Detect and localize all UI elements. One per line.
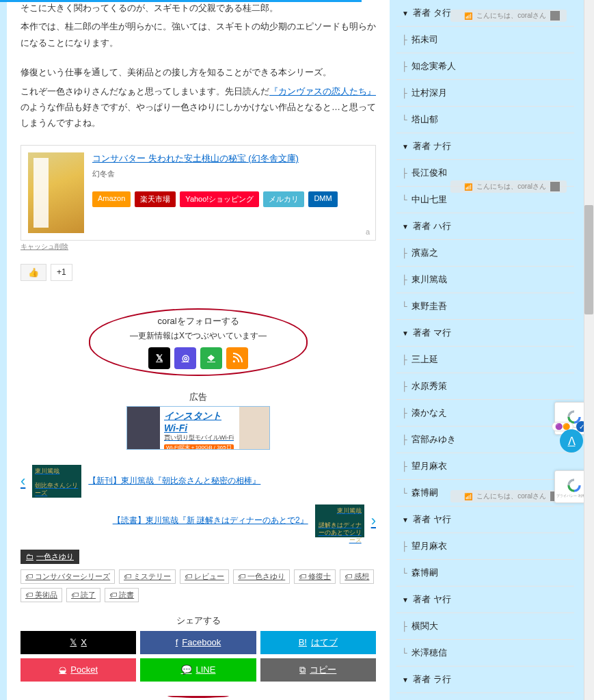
- page-progress-fill: [0, 0, 362, 2]
- like-button[interactable]: 👍: [21, 264, 46, 281]
- prev-post-title: 【新刊】東川篤哉『朝比奈さんと秘密の相棒』: [88, 475, 376, 487]
- share-facebook-button[interactable]: fFacebook: [140, 631, 256, 654]
- sidebar-item[interactable]: ├拓未司: [396, 27, 574, 53]
- sidebar-item[interactable]: ├湊かなえ: [396, 400, 574, 427]
- sns-rss-icon[interactable]: [226, 347, 248, 369]
- sns-feedly-icon[interactable]: ❖: [200, 347, 222, 369]
- shop-dmm-button[interactable]: DMM: [308, 191, 337, 207]
- post-navigation: ‹ 東川篤哉朝比奈さんシリーズ 【新刊】東川篤哉『朝比奈さんと秘密の相棒』 【読…: [21, 465, 376, 537]
- sidebar-item[interactable]: ├東川篤哉: [396, 267, 574, 293]
- sns-instagram-icon[interactable]: ◎: [174, 347, 196, 369]
- tag-chip[interactable]: 🏷 感想: [340, 569, 374, 584]
- shop-rakuten-button[interactable]: 楽天市場: [135, 191, 176, 207]
- scrollbar-track[interactable]: [584, 0, 594, 700]
- next-post-thumb: 東川篤哉謎解きはディナーのあとでシリーズ: [315, 504, 364, 537]
- tag-chip[interactable]: 🏷 レビュー: [180, 569, 229, 584]
- sidebar-item-label: 拓未司: [411, 33, 438, 46]
- share-copy-button[interactable]: ⧉コピー: [260, 658, 376, 682]
- tag-chip[interactable]: 🏷 読書: [105, 588, 139, 602]
- sidebar-item-label: 望月麻衣: [411, 460, 447, 472]
- folder-icon: 🗀: [26, 552, 33, 561]
- share-pocket-button[interactable]: ◒Pocket: [21, 658, 136, 682]
- prev-post-link[interactable]: ‹ 東川篤哉朝比奈さんシリーズ 【新刊】東川篤哉『朝比奈さんと秘密の相棒』: [21, 465, 376, 498]
- tag-chip[interactable]: 🏷 美術品: [21, 588, 62, 602]
- tag-chip[interactable]: 🏷 修復士: [294, 569, 336, 584]
- triangle-down-icon: ▼: [402, 10, 409, 17]
- triangle-down-icon: ▼: [402, 596, 409, 604]
- ad-banner[interactable]: インスタントWi-Fi 買い切り型モバイルWi-Fi Wi-Fi端末＋100GB…: [126, 406, 270, 450]
- sidebar-item[interactable]: ├濱嘉之: [396, 240, 574, 267]
- sidebar-item[interactable]: └東野圭吾: [396, 293, 574, 320]
- sidebar-item-label: 米澤穂信: [411, 647, 447, 659]
- scrollbar-thumb[interactable]: [584, 205, 593, 314]
- line-icon: 💬: [181, 664, 192, 675]
- share-x-button[interactable]: 𝕏X: [21, 631, 136, 654]
- product-title-link[interactable]: コンサバター 失われた安土桃山の秘宝 (幻冬舎文庫): [92, 153, 299, 163]
- sidebar-item[interactable]: ├知念実希人: [396, 53, 574, 80]
- category-chip[interactable]: 🗀一色さゆり: [21, 550, 79, 564]
- tag-chip[interactable]: 🏷 ミステリー: [119, 569, 176, 584]
- avatar: [550, 182, 560, 191]
- cache-delete-link[interactable]: キャッシュ削除: [21, 243, 68, 250]
- product-card: コンサバター 失われた安土桃山の秘宝 (幻冬舎文庫) 幻冬舎 Amazon 楽天…: [21, 145, 376, 241]
- tag-chip[interactable]: 🏷 一色さゆり: [233, 569, 290, 584]
- scroll-to-top-button[interactable]: ᐱ: [560, 429, 583, 453]
- share-line-button[interactable]: 💬LINE: [140, 658, 256, 682]
- sidebar-item-label: 森博嗣: [411, 567, 438, 579]
- sidebar-heading[interactable]: ▼著者 ナ行: [396, 133, 574, 160]
- sidebar-item[interactable]: ├辻村深月: [396, 80, 574, 107]
- sidebar-item[interactable]: ├宮部みゆき: [396, 427, 574, 453]
- amazon-logo-icon: a: [366, 228, 370, 236]
- sidebar-item-label: 宮部みゆき: [411, 433, 456, 446]
- sidebar-heading[interactable]: ▼著者 ワ行: [396, 693, 574, 700]
- sidebar-item[interactable]: ├望月麻衣: [396, 533, 574, 560]
- triangle-down-icon: ▼: [402, 223, 409, 230]
- sidebar-item-label: 著者 ヤ行: [413, 593, 451, 606]
- ad-badge: Wi-Fi端末＋100GB / 365日: [164, 444, 234, 450]
- sidebar-item[interactable]: ├三上延: [396, 347, 574, 373]
- shop-mercari-button[interactable]: メルカリ: [263, 191, 304, 207]
- sidebar: ▼著者 タ行├拓未司├知念実希人├辻村深月└塔山郁▼著者 ナ行├長江俊和└中山七…: [396, 0, 574, 700]
- sidebar-heading[interactable]: ▼著者 ラ行: [396, 667, 574, 693]
- sidebar-item-label: 辻村深月: [411, 87, 447, 99]
- tag-chip[interactable]: 🏷 コンサバターシリーズ: [21, 569, 115, 584]
- category-row: 🗀一色さゆり: [21, 550, 376, 564]
- sidebar-item-label: 著者 ラ行: [413, 673, 451, 686]
- sidebar-heading[interactable]: ▼著者 ハ行: [396, 213, 574, 240]
- greeting-toast: 📶こんにちは、coralさん: [450, 490, 567, 502]
- sidebar-item-label: 三上延: [411, 353, 438, 366]
- sidebar-heading[interactable]: ▼著者 マ行: [396, 320, 574, 347]
- sidebar-heading[interactable]: ▼著者 ヤ行: [396, 587, 574, 613]
- shop-amazon-button[interactable]: Amazon: [92, 191, 131, 207]
- shop-yahoo-button[interactable]: Yahoo!ショッピング: [180, 191, 259, 207]
- inline-link-canvas[interactable]: 『カンヴァスの恋人たち』: [269, 86, 376, 96]
- wifi-icon: 📶: [464, 12, 472, 20]
- sidebar-item[interactable]: └米澤穂信: [396, 640, 574, 667]
- share-heading: シェアする: [21, 615, 376, 627]
- greeting-toast: 📶こんにちは、coralさん: [450, 10, 567, 22]
- sidebar-item[interactable]: └森博嗣: [396, 560, 574, 587]
- sidebar-item[interactable]: ├横関大: [396, 613, 574, 640]
- sidebar-author-list: ▼著者 タ行├拓未司├知念実希人├辻村深月└塔山郁▼著者 ナ行├長江俊和└中山七…: [396, 0, 574, 700]
- sidebar-item[interactable]: └塔山郁: [396, 107, 574, 133]
- sidebar-item-label: 塔山郁: [411, 113, 438, 126]
- sidebar-item-label: 中山七里: [411, 193, 447, 206]
- sidebar-item[interactable]: ├望月麻衣: [396, 453, 574, 480]
- decorative-arc: [167, 694, 229, 698]
- triangle-down-icon: ▼: [402, 143, 409, 150]
- svg-point-0: [233, 360, 235, 362]
- product-cover-image[interactable]: [28, 152, 84, 233]
- share-hatena-button[interactable]: B!はてブ: [260, 631, 376, 654]
- next-post-title: 【読書】東川篤哉『新 謎解きはディナーのあとで2』: [21, 515, 308, 526]
- next-post-link[interactable]: 【読書】東川篤哉『新 謎解きはディナーのあとで2』 東川篤哉謎解きはディナーのあ…: [21, 504, 376, 537]
- tag-chip[interactable]: 🏷 読了: [66, 588, 100, 602]
- triangle-down-icon: ▼: [402, 516, 409, 524]
- sidebar-heading[interactable]: ▼著者 ヤ行: [396, 507, 574, 533]
- sidebar-item-label: 著者 タ行: [413, 7, 451, 19]
- sns-x-icon[interactable]: 𝕏: [148, 347, 170, 369]
- prev-post-thumb: 東川篤哉朝比奈さんシリーズ: [32, 465, 81, 498]
- sidebar-item[interactable]: ├水原秀策: [396, 373, 574, 400]
- sidebar-item-label: 知念実希人: [411, 60, 456, 72]
- shop-buttons-row: Amazon 楽天市場 Yahoo!ショッピング メルカリ DMM: [92, 191, 368, 207]
- hatena-icon: B!: [299, 637, 307, 647]
